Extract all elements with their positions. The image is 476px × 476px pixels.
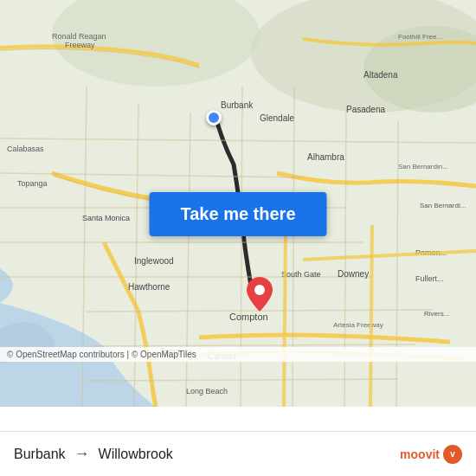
svg-text:Hawthorne: Hawthorne [128,282,170,292]
svg-line-45 [284,225,286,407]
svg-text:Downey: Downey [338,269,369,279]
svg-text:Santa Monica: Santa Monica [82,214,130,222]
svg-text:Long Beach: Long Beach [186,387,228,396]
map-attribution: © OpenStreetMap contributors | © OpenMap… [0,347,476,362]
bottom-bar: Burbank → Willowbrook moovit v [0,431,476,476]
svg-text:Ronald Reagan: Ronald Reagan [52,32,106,41]
svg-text:Burbank: Burbank [221,100,254,110]
moovit-logo: moovit v [400,445,462,464]
route-from: Burbank [14,447,66,462]
svg-text:San Bernardin...: San Bernardin... [398,163,448,170]
svg-text:Pasadena: Pasadena [346,105,385,114]
svg-point-47 [254,285,265,295]
svg-line-46 [370,225,372,407]
svg-text:San Bernardi...: San Bernardi... [420,202,466,209]
svg-text:Glendale: Glendale [260,113,294,123]
route-arrow: → [74,445,90,463]
take-me-there-button[interactable]: Take me there [149,192,326,236]
svg-text:Calabasas: Calabasas [7,145,44,153]
map-view: Ronald Reagan Freeway Altadena Pasadena … [0,0,476,407]
svg-text:South Gate: South Gate [281,270,321,279]
svg-text:Fullert...: Fullert... [415,274,444,283]
moovit-brand-text: moovit [400,447,440,461]
moovit-brand-dot: v [443,445,462,464]
svg-text:Rivers...: Rivers... [424,310,449,318]
route-to: Willowbrook [99,447,173,462]
svg-text:Artesia Freeway: Artesia Freeway [333,321,383,329]
svg-text:Freeway: Freeway [65,41,95,49]
destination-marker [247,277,273,315]
svg-text:Altadena: Altadena [363,70,398,80]
svg-text:Topanga: Topanga [17,179,48,188]
origin-marker [206,110,222,125]
svg-text:Inglewood: Inglewood [134,256,174,266]
app-container: Ronald Reagan Freeway Altadena Pasadena … [0,0,476,476]
svg-text:Foothill Free...: Foothill Free... [398,33,442,41]
svg-text:Alhambra: Alhambra [307,152,344,162]
